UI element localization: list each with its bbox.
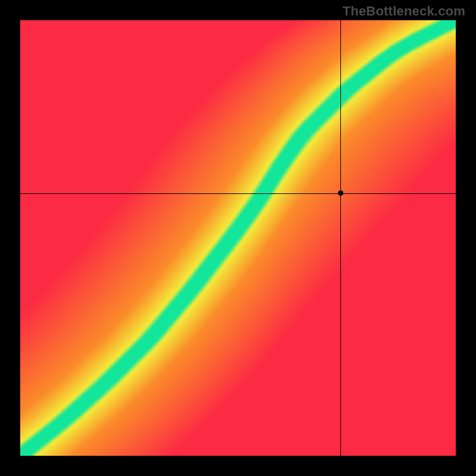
crosshair-horizontal	[20, 193, 456, 194]
marker-point	[338, 190, 343, 196]
watermark-text: TheBottleneck.com	[343, 4, 465, 19]
chart-frame: TheBottleneck.com	[0, 0, 476, 476]
plot-area	[20, 20, 456, 456]
crosshair-vertical	[340, 20, 341, 456]
heatmap-canvas	[20, 20, 456, 456]
